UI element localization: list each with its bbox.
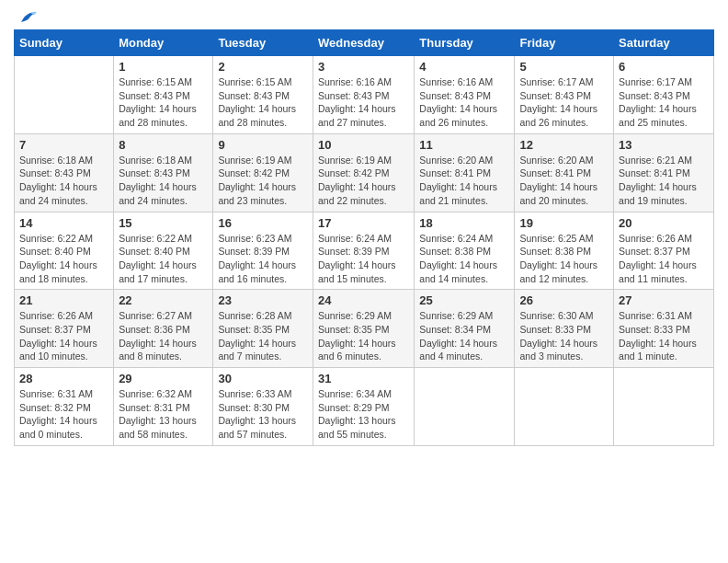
- calendar-cell: 28Sunrise: 6:31 AM Sunset: 8:32 PM Dayli…: [15, 368, 114, 446]
- day-number: 5: [519, 60, 609, 74]
- page-header: [14, 9, 714, 22]
- day-info: Sunrise: 6:20 AM Sunset: 8:41 PM Dayligh…: [419, 154, 509, 208]
- day-number: 12: [519, 138, 609, 152]
- calendar-cell: 8Sunrise: 6:18 AM Sunset: 8:43 PM Daylig…: [114, 133, 213, 212]
- calendar-cell: 20Sunrise: 6:26 AM Sunset: 8:37 PM Dayli…: [614, 212, 714, 290]
- day-info: Sunrise: 6:19 AM Sunset: 8:42 PM Dayligh…: [318, 154, 409, 208]
- day-number: 18: [419, 216, 509, 230]
- calendar-cell: 9Sunrise: 6:19 AM Sunset: 8:42 PM Daylig…: [213, 133, 313, 212]
- day-number: 10: [318, 138, 409, 152]
- calendar-cell: 13Sunrise: 6:21 AM Sunset: 8:41 PM Dayli…: [614, 133, 714, 212]
- day-info: Sunrise: 6:25 AM Sunset: 8:38 PM Dayligh…: [519, 232, 609, 286]
- calendar-header-sunday: Sunday: [15, 30, 114, 56]
- calendar-header-tuesday: Tuesday: [213, 30, 313, 56]
- day-number: 4: [419, 60, 509, 74]
- calendar-cell: 31Sunrise: 6:34 AM Sunset: 8:29 PM Dayli…: [313, 368, 414, 446]
- day-number: 21: [19, 293, 108, 307]
- day-info: Sunrise: 6:22 AM Sunset: 8:40 PM Dayligh…: [119, 232, 208, 286]
- day-number: 6: [619, 60, 709, 74]
- day-info: Sunrise: 6:33 AM Sunset: 8:30 PM Dayligh…: [218, 387, 308, 442]
- day-info: Sunrise: 6:19 AM Sunset: 8:42 PM Dayligh…: [218, 154, 308, 208]
- calendar-header-monday: Monday: [114, 30, 213, 56]
- calendar-header-wednesday: Wednesday: [313, 30, 414, 56]
- day-info: Sunrise: 6:26 AM Sunset: 8:37 PM Dayligh…: [19, 309, 108, 363]
- day-info: Sunrise: 6:22 AM Sunset: 8:40 PM Dayligh…: [19, 232, 108, 286]
- calendar-cell: 12Sunrise: 6:20 AM Sunset: 8:41 PM Dayli…: [515, 133, 614, 212]
- calendar-cell: 24Sunrise: 6:29 AM Sunset: 8:35 PM Dayli…: [313, 290, 414, 368]
- day-info: Sunrise: 6:15 AM Sunset: 8:43 PM Dayligh…: [119, 75, 208, 130]
- calendar-cell: 15Sunrise: 6:22 AM Sunset: 8:40 PM Dayli…: [114, 212, 213, 290]
- day-info: Sunrise: 6:18 AM Sunset: 8:43 PM Dayligh…: [119, 154, 208, 208]
- day-number: 31: [318, 372, 409, 385]
- day-info: Sunrise: 6:18 AM Sunset: 8:43 PM Dayligh…: [19, 154, 108, 208]
- day-number: 17: [318, 216, 409, 230]
- calendar-cell: 4Sunrise: 6:16 AM Sunset: 8:43 PM Daylig…: [415, 56, 515, 134]
- calendar-cell: [415, 368, 515, 446]
- day-number: 28: [19, 372, 108, 385]
- day-number: 11: [419, 138, 509, 152]
- logo-bird-icon: [17, 9, 38, 26]
- calendar-cell: [515, 368, 614, 446]
- calendar-cell: [614, 368, 714, 446]
- calendar-header-saturday: Saturday: [614, 30, 714, 56]
- day-info: Sunrise: 6:29 AM Sunset: 8:34 PM Dayligh…: [419, 309, 509, 363]
- calendar-header-friday: Friday: [515, 30, 614, 56]
- calendar-cell: 19Sunrise: 6:25 AM Sunset: 8:38 PM Dayli…: [515, 212, 614, 290]
- day-number: 2: [218, 60, 308, 74]
- day-number: 13: [619, 138, 709, 152]
- day-info: Sunrise: 6:28 AM Sunset: 8:35 PM Dayligh…: [218, 309, 308, 363]
- day-info: Sunrise: 6:24 AM Sunset: 8:39 PM Dayligh…: [318, 232, 409, 286]
- day-info: Sunrise: 6:21 AM Sunset: 8:41 PM Dayligh…: [619, 154, 709, 208]
- day-info: Sunrise: 6:24 AM Sunset: 8:38 PM Dayligh…: [419, 232, 509, 286]
- day-number: 29: [119, 372, 208, 385]
- day-number: 27: [619, 293, 709, 307]
- day-number: 1: [119, 60, 208, 74]
- day-info: Sunrise: 6:31 AM Sunset: 8:32 PM Dayligh…: [19, 387, 108, 442]
- calendar-header-row: SundayMondayTuesdayWednesdayThursdayFrid…: [15, 30, 714, 56]
- day-info: Sunrise: 6:23 AM Sunset: 8:39 PM Dayligh…: [218, 232, 308, 286]
- calendar-week-row: 7Sunrise: 6:18 AM Sunset: 8:43 PM Daylig…: [15, 133, 714, 212]
- day-number: 3: [318, 60, 409, 74]
- day-info: Sunrise: 6:17 AM Sunset: 8:43 PM Dayligh…: [519, 75, 609, 130]
- calendar-header-thursday: Thursday: [415, 30, 515, 56]
- calendar-cell: 27Sunrise: 6:31 AM Sunset: 8:33 PM Dayli…: [614, 290, 714, 368]
- day-number: 19: [519, 216, 609, 230]
- calendar-cell: 22Sunrise: 6:27 AM Sunset: 8:36 PM Dayli…: [114, 290, 213, 368]
- day-info: Sunrise: 6:32 AM Sunset: 8:31 PM Dayligh…: [119, 387, 208, 442]
- day-number: 15: [119, 216, 208, 230]
- calendar-table: SundayMondayTuesdayWednesdayThursdayFrid…: [14, 29, 714, 446]
- calendar-cell: 6Sunrise: 6:17 AM Sunset: 8:43 PM Daylig…: [614, 56, 714, 134]
- day-number: 22: [119, 293, 208, 307]
- day-info: Sunrise: 6:34 AM Sunset: 8:29 PM Dayligh…: [318, 387, 409, 442]
- day-info: Sunrise: 6:20 AM Sunset: 8:41 PM Dayligh…: [519, 154, 609, 208]
- day-number: 14: [19, 216, 108, 230]
- day-number: 9: [218, 138, 308, 152]
- calendar-week-row: 21Sunrise: 6:26 AM Sunset: 8:37 PM Dayli…: [15, 290, 714, 368]
- calendar-cell: 2Sunrise: 6:15 AM Sunset: 8:43 PM Daylig…: [213, 56, 313, 134]
- day-number: 16: [218, 216, 308, 230]
- day-number: 7: [19, 138, 108, 152]
- calendar-cell: 3Sunrise: 6:16 AM Sunset: 8:43 PM Daylig…: [313, 56, 414, 134]
- day-info: Sunrise: 6:29 AM Sunset: 8:35 PM Dayligh…: [318, 309, 409, 363]
- day-info: Sunrise: 6:16 AM Sunset: 8:43 PM Dayligh…: [318, 75, 409, 130]
- calendar-cell: 5Sunrise: 6:17 AM Sunset: 8:43 PM Daylig…: [515, 56, 614, 134]
- day-number: 8: [119, 138, 208, 152]
- calendar-cell: 14Sunrise: 6:22 AM Sunset: 8:40 PM Dayli…: [15, 212, 114, 290]
- calendar-cell: 23Sunrise: 6:28 AM Sunset: 8:35 PM Dayli…: [213, 290, 313, 368]
- calendar-cell: 26Sunrise: 6:30 AM Sunset: 8:33 PM Dayli…: [515, 290, 614, 368]
- day-number: 30: [218, 372, 308, 385]
- calendar-cell: 16Sunrise: 6:23 AM Sunset: 8:39 PM Dayli…: [213, 212, 313, 290]
- day-number: 20: [619, 216, 709, 230]
- calendar-cell: 17Sunrise: 6:24 AM Sunset: 8:39 PM Dayli…: [313, 212, 414, 290]
- calendar-cell: 10Sunrise: 6:19 AM Sunset: 8:42 PM Dayli…: [313, 133, 414, 212]
- day-info: Sunrise: 6:30 AM Sunset: 8:33 PM Dayligh…: [519, 309, 609, 363]
- calendar-week-row: 28Sunrise: 6:31 AM Sunset: 8:32 PM Dayli…: [15, 368, 714, 446]
- calendar-cell: 18Sunrise: 6:24 AM Sunset: 8:38 PM Dayli…: [415, 212, 515, 290]
- day-info: Sunrise: 6:27 AM Sunset: 8:36 PM Dayligh…: [119, 309, 208, 363]
- day-number: 24: [318, 293, 409, 307]
- day-number: 23: [218, 293, 308, 307]
- day-info: Sunrise: 6:31 AM Sunset: 8:33 PM Dayligh…: [619, 309, 709, 363]
- calendar-cell: 21Sunrise: 6:26 AM Sunset: 8:37 PM Dayli…: [15, 290, 114, 368]
- calendar-week-row: 1Sunrise: 6:15 AM Sunset: 8:43 PM Daylig…: [15, 56, 714, 134]
- calendar-cell: 1Sunrise: 6:15 AM Sunset: 8:43 PM Daylig…: [114, 56, 213, 134]
